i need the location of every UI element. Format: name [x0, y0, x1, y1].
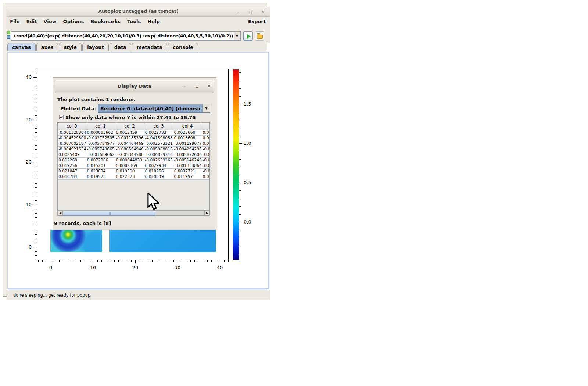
table-cell[interactable]: 0.022373	[115, 174, 144, 179]
close-button[interactable]: ✕	[260, 9, 266, 15]
table-header-cell[interactable]: col 2	[115, 123, 144, 130]
table-cell[interactable]: 0.010256	[144, 168, 173, 174]
tab-layout[interactable]: layout	[82, 43, 109, 51]
table-cell[interactable]: -0.004294298...	[173, 146, 202, 152]
table-cell[interactable]: 0.00	[202, 141, 210, 146]
table-cell[interactable]: -0.004464469...	[115, 141, 144, 146]
table-cell[interactable]: 0.011997	[173, 174, 202, 179]
tab-style[interactable]: style	[59, 43, 82, 51]
table-cell[interactable]: 0.0015459	[115, 130, 144, 135]
table-cell[interactable]: 0.021047	[58, 168, 86, 174]
browse-button[interactable]	[255, 31, 264, 41]
table-cell[interactable]: -0.007002187...	[58, 141, 86, 146]
table-header-cell[interactable]: col 3	[144, 123, 173, 130]
table-cell[interactable]: -0.002752505...	[86, 135, 115, 141]
table-cell[interactable]: -0.004529800...	[58, 135, 86, 141]
tab-console[interactable]: console	[168, 43, 198, 51]
table-cell[interactable]: -4.041598058...	[144, 135, 173, 141]
table-cell[interactable]: 0.0022783	[144, 130, 173, 135]
table-row[interactable]: 0.0107840.0195730.0223730.0200490.011997…	[58, 174, 210, 179]
table-cell[interactable]: -0.005784977...	[86, 141, 115, 146]
colorbar[interactable]	[233, 69, 239, 260]
table-cell[interactable]: 0.0029934	[144, 163, 173, 168]
table-cell[interactable]: -0.001199077...	[173, 141, 202, 146]
tab-data[interactable]: data	[110, 43, 131, 51]
table-cell[interactable]: -0.004921634...	[58, 146, 86, 152]
table-cell[interactable]: 0.019256	[58, 163, 86, 168]
heatmap-patch-left[interactable]	[50, 230, 102, 252]
menu-item-options[interactable]: Options	[60, 17, 87, 24]
dialog-maximize-button[interactable]: ◻	[194, 83, 200, 89]
table-cell[interactable]: 0.00	[202, 135, 210, 141]
table-cell[interactable]: -0.001185396...	[115, 135, 144, 141]
table-cell[interactable]: 0.0082369	[115, 163, 144, 168]
table-cell[interactable]: 0.019573	[86, 174, 115, 179]
table-header-cell[interactable]: col 4	[173, 123, 202, 130]
dialog-minimize-button[interactable]: –	[182, 83, 187, 89]
table-cell[interactable]: -0.005749665...	[86, 146, 115, 152]
maximize-button[interactable]: ◻	[247, 9, 253, 15]
go-button[interactable]	[243, 31, 253, 41]
table-header-cell[interactable]: col 0	[58, 123, 86, 130]
table-cell[interactable]: 0.0025409	[58, 152, 86, 157]
table-cell[interactable]: 0.00	[202, 130, 210, 135]
table-row[interactable]: 0.0025409-0.001689662...-0.005344580...-…	[58, 152, 210, 157]
dialog-titlebar[interactable]: Display Data – ◻ ✕	[55, 80, 214, 93]
table-cell[interactable]: -0.0	[202, 157, 210, 163]
scroll-right-button[interactable]: ▶	[204, 211, 209, 215]
table-cell[interactable]: 0.020049	[144, 174, 173, 179]
menu-item-view[interactable]: View	[40, 17, 60, 24]
plotted-data-combobox[interactable]: Renderer 0: dataset[40,40] (dimension...…	[98, 104, 210, 113]
menu-item-bookmarks[interactable]: Bookmarks	[87, 17, 124, 24]
table-cell[interactable]: 0.023634	[86, 168, 115, 174]
table-cell[interactable]: -0.002639263...	[144, 157, 173, 163]
table-cell[interactable]: 0.015201	[86, 163, 115, 168]
table-cell[interactable]: 0.010784	[58, 174, 86, 179]
table-row[interactable]: -0.001328804...0.0000836620.00154590.002…	[58, 130, 210, 135]
table-header-cell[interactable]: col 1	[86, 123, 115, 130]
table-cell[interactable]: 0.0072386	[86, 157, 115, 163]
table-row[interactable]: -0.007002187...-0.005784977...-0.0044644…	[58, 141, 210, 146]
h-scrollbar[interactable]: ◀ ▶	[58, 210, 209, 215]
table-cell[interactable]: -0.0	[202, 168, 210, 174]
minimize-button[interactable]: –	[235, 9, 241, 15]
table-cell[interactable]: -0.006564946...	[115, 146, 144, 152]
table-row[interactable]: 0.0122680.00723860.000044839-0.002639263…	[58, 157, 210, 163]
titlebar[interactable]: Autoplot untagged (as tomcat) – ◻ ✕	[7, 7, 270, 17]
heatmap-patch-right[interactable]	[109, 230, 216, 252]
menu-item-tools[interactable]: Tools	[124, 17, 144, 24]
table-cell[interactable]: -0.006859316...	[144, 152, 173, 157]
menu-item-file[interactable]: File	[7, 17, 23, 24]
table-cell[interactable]: -0.002573321...	[144, 141, 173, 146]
scroll-left-button[interactable]: ◀	[58, 211, 63, 215]
table-header-cell[interactable]	[202, 123, 210, 130]
expert-toggle[interactable]: Expert	[248, 19, 266, 24]
menu-item-help[interactable]: Help	[144, 17, 163, 24]
table-cell[interactable]: -0.001689662...	[86, 152, 115, 157]
table-cell[interactable]: 0.000083662	[86, 130, 115, 135]
table-row[interactable]: -0.004529800...-0.002752505...-0.0011853…	[58, 135, 210, 141]
table-cell[interactable]: -0.0	[202, 146, 210, 152]
tab-axes[interactable]: axes	[36, 43, 58, 51]
table-cell[interactable]: -0.001328804...	[58, 130, 86, 135]
table-cell[interactable]: -0.005146240...	[173, 157, 202, 163]
table-cell[interactable]: -0.001333864...	[173, 163, 202, 168]
table-row[interactable]: 0.0192560.0152010.00823690.0029934-0.001…	[58, 163, 210, 168]
tab-metadata[interactable]: metadata	[132, 43, 167, 51]
table-cell[interactable]: 0.0016608	[173, 135, 202, 141]
tab-canvas[interactable]: canvas	[7, 43, 36, 51]
table-cell[interactable]: -0.005344580...	[115, 152, 144, 157]
table-cell[interactable]: -0.0	[202, 152, 210, 157]
menu-item-edit[interactable]: Edit	[23, 17, 40, 24]
table-row[interactable]: 0.0210470.0236340.0195900.0102560.003772…	[58, 168, 210, 174]
table-cell[interactable]: -0.005872606...	[173, 152, 202, 157]
scroll-thumb[interactable]	[63, 211, 155, 215]
address-dropdown-button[interactable]: ▼	[234, 31, 241, 41]
table-cell[interactable]: 0.0025660	[173, 130, 202, 135]
table-cell[interactable]: -0.005988016...	[144, 146, 173, 152]
table-cell[interactable]: 0.000044839	[115, 157, 144, 163]
filter-checkbox[interactable]: ✔	[59, 115, 64, 119]
table-cell[interactable]: 0.012268	[58, 157, 86, 163]
table-cell[interactable]: 0.0037721	[173, 168, 202, 174]
dialog-close-button[interactable]: ✕	[206, 83, 212, 89]
